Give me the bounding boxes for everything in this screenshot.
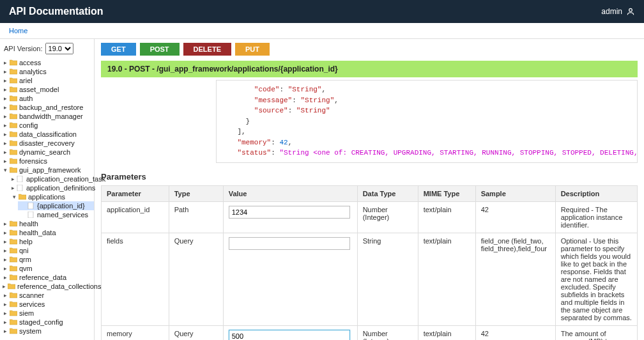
sidebar-item-qvm[interactable]: ▸qvm (0, 264, 94, 273)
folder-icon (10, 310, 17, 316)
sidebar-item-application-id[interactable]: {application_id} (18, 201, 94, 210)
sidebar-item-siem[interactable]: ▸siem (0, 309, 94, 318)
user-label: admin (601, 7, 622, 16)
sidebar-item-help[interactable]: ▸help (0, 237, 94, 246)
sidebar-item-config[interactable]: ▸config (0, 121, 94, 130)
api-version-row: API Version: 19.0 (0, 42, 94, 58)
folder-icon (10, 292, 17, 298)
response-preview: "code": "String", "message": "String", "… (216, 80, 638, 163)
sidebar-item-access[interactable]: ▸access (0, 58, 94, 67)
folder-icon (10, 220, 17, 227)
param-datatype: Number (Integer) (357, 325, 418, 340)
folder-icon (10, 229, 17, 236)
breadcrumb-home[interactable]: Home (9, 27, 27, 35)
folder-icon (10, 77, 17, 84)
svg-rect-2 (17, 185, 22, 191)
sidebar-item-health-data[interactable]: ▸health_data (0, 228, 94, 237)
page-title: API Documentation (9, 6, 103, 17)
file-icon (17, 185, 24, 191)
sidebar-item-auth[interactable]: ▸auth (0, 94, 94, 103)
sidebar-item-forensics[interactable]: ▸forensics (0, 157, 94, 166)
folder-icon (8, 283, 15, 290)
parameters-heading: Parameters (101, 172, 638, 182)
table-row: application_idPathNumber (Integer)text/p… (102, 201, 638, 233)
sidebar-item-staged-config[interactable]: ▸staged_config (0, 318, 94, 327)
sidebar-item-named-services[interactable]: named_services (18, 210, 94, 219)
folder-icon (10, 158, 17, 164)
sidebar-item-gui-app-framework: ▾gui_app_framework ▸application_creation… (0, 166, 94, 219)
param-description: Required - The application instance iden… (555, 201, 637, 233)
sidebar-item-scanner[interactable]: ▸scanner (0, 291, 94, 300)
param-name: application_id (102, 201, 169, 233)
sidebar-item-disaster-recovery[interactable]: ▸disaster_recovery (0, 139, 94, 148)
nav-tree: ▸access▸analytics▸ariel▸asset_model▸auth… (0, 58, 94, 166)
table-row: fieldsQueryStringtext/plainfield_one (fi… (102, 233, 638, 325)
user-menu[interactable]: admin (601, 7, 635, 16)
main-content: GET POST DELETE PUT 19.0 - POST - /gui_a… (95, 39, 644, 340)
folder-icon (10, 274, 17, 281)
param-value-input[interactable] (229, 330, 350, 341)
svg-rect-1 (17, 176, 22, 182)
sidebar-item-application-definitions[interactable]: ▸application_definitions (9, 183, 94, 192)
param-sample: field_one (field_two, field_three),field… (475, 233, 555, 325)
method-put[interactable]: PUT (235, 43, 270, 56)
folder-icon (10, 140, 17, 146)
folder-icon (10, 301, 17, 307)
param-mime: text/plain (418, 233, 475, 325)
folder-icon (10, 104, 17, 111)
folder-icon (10, 68, 17, 75)
sidebar-item-reference-data[interactable]: ▸reference_data (0, 273, 94, 282)
col-mimetype: MIME Type (418, 185, 475, 201)
method-tabs: GET POST DELETE PUT (101, 43, 638, 56)
param-datatype: Number (Integer) (357, 201, 418, 233)
sidebar-item-system[interactable]: ▸system (0, 327, 94, 336)
folder-icon (10, 265, 17, 272)
param-mime: text/plain (418, 201, 475, 233)
folder-icon (10, 149, 17, 155)
sidebar-item-application-creation-task[interactable]: ▸application_creation_task (9, 174, 94, 183)
file-icon (17, 176, 24, 182)
sidebar-item-qrm[interactable]: ▸qrm (0, 255, 94, 264)
parameters-table: Parameter Type Value Data Type MIME Type… (101, 185, 638, 341)
endpoint-title: 19.0 - POST - /gui_app_framework/applica… (101, 61, 638, 77)
svg-point-0 (629, 8, 632, 12)
col-parameter: Parameter (102, 185, 169, 201)
param-type: Query (169, 325, 223, 340)
breadcrumb: Home (0, 23, 644, 39)
sidebar-item-ariel[interactable]: ▸ariel (0, 76, 94, 85)
folder-icon (19, 194, 26, 200)
api-version-select[interactable]: 19.0 (45, 43, 73, 54)
sidebar-item-qni[interactable]: ▸qni (0, 246, 94, 255)
param-value-input[interactable] (229, 237, 350, 250)
param-sample: 42 (475, 325, 555, 340)
sidebar-item-reference-data-collections[interactable]: ▸reference_data_collections (0, 282, 94, 291)
sidebar-item-health[interactable]: ▸health (0, 219, 94, 228)
col-value: Value (223, 185, 357, 201)
folder-icon (10, 247, 17, 254)
param-value-input[interactable] (229, 206, 350, 219)
folder-icon (10, 319, 17, 325)
sidebar-item-backup-and-restore[interactable]: ▸backup_and_restore (0, 103, 94, 112)
sidebar-item-data-classification[interactable]: ▸data_classification (0, 130, 94, 139)
method-post[interactable]: POST (140, 43, 180, 56)
col-datatype: Data Type (357, 185, 418, 201)
param-name: memory (102, 325, 169, 340)
sidebar-item-asset-model[interactable]: ▸asset_model (0, 85, 94, 94)
folder-icon (10, 113, 17, 120)
param-description: Optional - Use this parameter to specify… (555, 233, 637, 325)
sidebar-item-bandwidth-manager[interactable]: ▸bandwidth_manager (0, 112, 94, 121)
method-delete[interactable]: DELETE (183, 43, 231, 56)
param-description: The amount of memory (MB) to allocate to… (555, 325, 637, 340)
param-name: fields (102, 233, 169, 325)
param-sample: 42 (475, 201, 555, 233)
sidebar-item-dynamic-search[interactable]: ▸dynamic_search (0, 148, 94, 157)
sidebar-item-analytics[interactable]: ▸analytics (0, 67, 94, 76)
folder-icon (10, 95, 17, 102)
folder-icon (10, 328, 17, 334)
sidebar-item-services[interactable]: ▸services (0, 300, 94, 309)
method-get[interactable]: GET (101, 43, 136, 56)
folder-icon (10, 167, 17, 173)
file-icon (27, 203, 35, 209)
folder-icon (10, 86, 17, 93)
folder-icon (10, 256, 17, 263)
